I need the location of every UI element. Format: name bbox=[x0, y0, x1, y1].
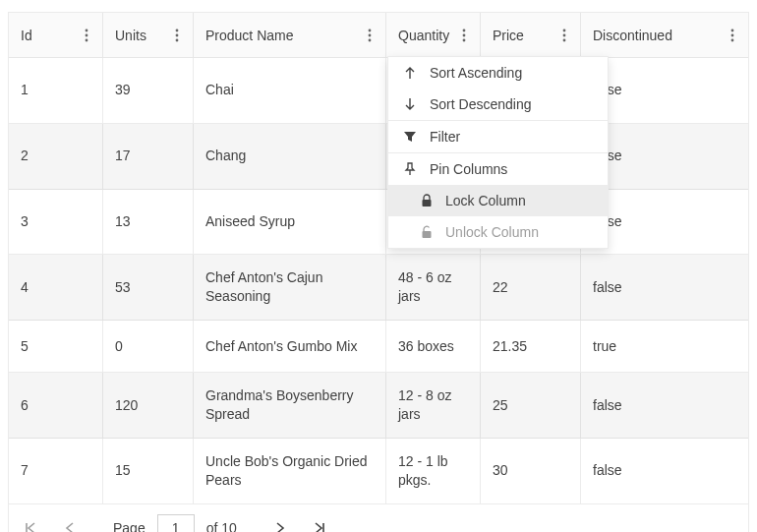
cell-units: 53 bbox=[103, 255, 194, 320]
column-header-label: Quantity bbox=[398, 28, 449, 43]
cell-product-name: Grandma's Boysenberry Spread bbox=[194, 373, 386, 438]
svg-point-6 bbox=[369, 29, 372, 31]
pager-first-button[interactable] bbox=[17, 514, 44, 532]
unlock-icon bbox=[420, 224, 434, 240]
data-grid: Id Units Product Name Quantity Price bbox=[8, 12, 749, 532]
cell-units: 120 bbox=[103, 373, 194, 438]
kebab-icon bbox=[462, 29, 466, 42]
cell-id: 4 bbox=[9, 255, 103, 320]
pager-next-button[interactable] bbox=[266, 514, 294, 532]
cell-product-name: Uncle Bob's Organic Dried Pears bbox=[194, 439, 386, 503]
cell-id: 3 bbox=[9, 190, 103, 255]
menu-item-label: Filter bbox=[430, 129, 460, 145]
column-menu-trigger[interactable] bbox=[362, 28, 378, 43]
cell-discontinued: false bbox=[581, 373, 748, 438]
table-row[interactable]: 139Chai10 boxes x 20 bags18false bbox=[9, 58, 748, 124]
cell-units: 13 bbox=[103, 190, 194, 255]
cell-quantity: 12 - 8 oz jars bbox=[386, 373, 481, 438]
cell-id: 1 bbox=[9, 58, 103, 123]
menu-item-label: Unlock Column bbox=[445, 224, 539, 240]
svg-point-7 bbox=[369, 33, 372, 36]
menu-item-label: Sort Ascending bbox=[430, 65, 522, 81]
table-row[interactable]: 6120Grandma's Boysenberry Spread12 - 8 o… bbox=[9, 373, 748, 439]
column-header-units[interactable]: Units bbox=[103, 13, 194, 57]
kebab-icon bbox=[175, 29, 179, 42]
pager-page-label: Page bbox=[113, 520, 146, 532]
column-header-label: Discontinued bbox=[593, 28, 672, 43]
column-menu-trigger[interactable] bbox=[79, 28, 94, 43]
kebab-icon bbox=[562, 29, 566, 42]
menu-item-lock-column[interactable]: Lock Column bbox=[388, 185, 608, 216]
column-header-id[interactable]: Id bbox=[9, 13, 103, 57]
pager-page-input[interactable] bbox=[157, 514, 195, 532]
cell-id: 6 bbox=[9, 373, 103, 438]
table-row[interactable]: 715Uncle Bob's Organic Dried Pears12 - 1… bbox=[9, 439, 748, 504]
menu-item-label: Pin Columns bbox=[430, 161, 507, 177]
cell-quantity: 12 - 1 lb pkgs. bbox=[386, 439, 481, 503]
svg-rect-18 bbox=[423, 200, 432, 207]
column-menu-trigger[interactable] bbox=[456, 28, 472, 43]
arrow-up-icon bbox=[402, 65, 418, 81]
cell-product-name: Chai bbox=[194, 58, 386, 123]
cell-product-name: Aniseed Syrup bbox=[194, 190, 386, 255]
filter-icon bbox=[402, 129, 418, 145]
cell-price: 30 bbox=[481, 439, 581, 503]
pager-of-label: of 10 bbox=[206, 520, 237, 532]
cell-id: 2 bbox=[9, 124, 103, 189]
cell-discontinued: false bbox=[581, 439, 748, 503]
menu-item-filter[interactable]: Filter bbox=[388, 120, 608, 152]
header-row: Id Units Product Name Quantity Price bbox=[9, 13, 748, 58]
svg-point-9 bbox=[463, 29, 466, 31]
svg-point-13 bbox=[563, 33, 566, 36]
cell-discontinued: true bbox=[581, 321, 748, 372]
column-header-label: Price bbox=[493, 28, 524, 43]
column-header-product-name[interactable]: Product Name bbox=[194, 13, 386, 57]
column-menu-trigger[interactable] bbox=[556, 28, 572, 43]
svg-point-12 bbox=[563, 29, 566, 31]
menu-item-pin-columns[interactable]: Pin Columns bbox=[388, 152, 608, 185]
menu-item-sort-ascending[interactable]: Sort Ascending bbox=[388, 57, 608, 89]
menu-item-label: Lock Column bbox=[445, 193, 526, 208]
cell-units: 0 bbox=[103, 321, 194, 372]
column-menu-trigger[interactable] bbox=[725, 28, 740, 43]
pager-last-button[interactable] bbox=[306, 514, 333, 532]
kebab-icon bbox=[368, 29, 372, 42]
menu-item-label: Sort Descending bbox=[430, 96, 532, 112]
svg-point-17 bbox=[731, 38, 734, 41]
cell-quantity: 48 - 6 oz jars bbox=[386, 255, 481, 320]
menu-item-sort-descending[interactable]: Sort Descending bbox=[388, 89, 608, 120]
column-context-menu: Sort Ascending Sort Descending Filter Pi… bbox=[387, 56, 609, 249]
table-row[interactable]: 453Chef Anton's Cajun Seasoning48 - 6 oz… bbox=[9, 255, 748, 321]
column-header-label: Units bbox=[115, 28, 146, 43]
cell-units: 39 bbox=[103, 58, 194, 123]
pager-prev-button[interactable] bbox=[56, 514, 84, 532]
first-page-icon bbox=[25, 522, 36, 532]
lock-icon bbox=[420, 193, 434, 208]
column-header-discontinued[interactable]: Discontinued bbox=[581, 13, 748, 57]
column-header-label: Id bbox=[21, 28, 32, 43]
last-page-icon bbox=[314, 522, 325, 532]
svg-point-2 bbox=[86, 38, 88, 41]
svg-point-8 bbox=[369, 38, 372, 41]
column-header-quantity[interactable]: Quantity bbox=[386, 13, 481, 57]
column-header-price[interactable]: Price bbox=[481, 13, 581, 57]
menu-item-unlock-column: Unlock Column bbox=[388, 216, 608, 248]
table-row[interactable]: 313Aniseed Syrup12 - 550 ml bottles10fal… bbox=[9, 190, 748, 256]
svg-rect-19 bbox=[423, 231, 432, 238]
cell-price: 21.35 bbox=[481, 321, 581, 372]
pin-icon bbox=[402, 161, 418, 177]
cell-product-name: Chef Anton's Gumbo Mix bbox=[194, 321, 386, 372]
kebab-icon bbox=[730, 29, 734, 42]
svg-point-4 bbox=[176, 33, 179, 36]
cell-discontinued: false bbox=[581, 255, 748, 320]
table-row[interactable]: 50Chef Anton's Gumbo Mix36 boxes21.35tru… bbox=[9, 321, 748, 373]
svg-point-5 bbox=[176, 38, 179, 41]
cell-product-name: Chef Anton's Cajun Seasoning bbox=[194, 255, 386, 320]
svg-point-3 bbox=[176, 29, 179, 31]
cell-price: 22 bbox=[481, 255, 581, 320]
column-menu-trigger[interactable] bbox=[169, 28, 185, 43]
cell-quantity: 36 boxes bbox=[386, 321, 481, 372]
table-row[interactable]: 217Chang24 - 12 oz bottles19false bbox=[9, 124, 748, 190]
svg-point-0 bbox=[86, 29, 88, 31]
svg-point-14 bbox=[563, 38, 566, 41]
